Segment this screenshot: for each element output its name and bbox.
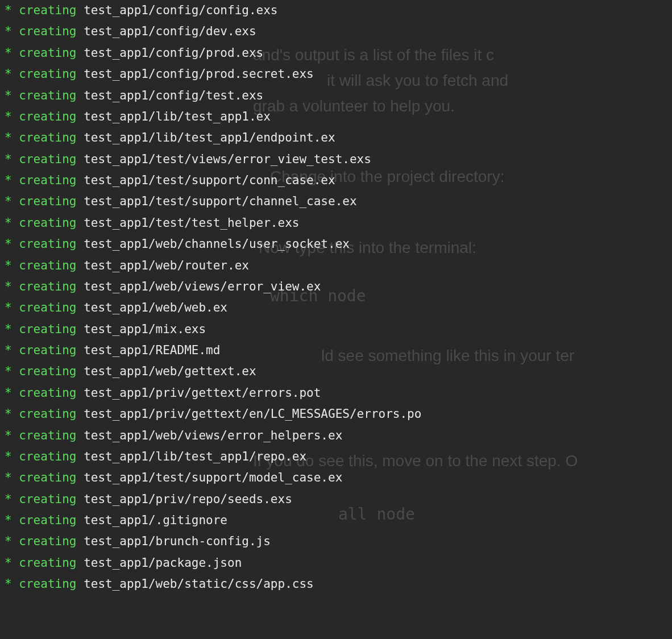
log-action: creating — [19, 67, 76, 81]
terminal-log-line: * creating test_app1/test/views/error_vi… — [5, 149, 672, 170]
log-action: creating — [19, 429, 76, 442]
terminal-log-line: * creating test_app1/priv/gettext/en/LC_… — [5, 404, 672, 425]
log-path: test_app1/test/support/model_case.ex — [84, 471, 342, 484]
log-asterisk: * — [5, 343, 12, 357]
log-path: test_app1/web/web.ex — [84, 301, 227, 314]
log-asterisk: * — [5, 194, 12, 208]
log-action: creating — [19, 259, 76, 272]
log-path: test_app1/brunch-config.js — [84, 534, 271, 548]
log-asterisk: * — [5, 280, 12, 293]
log-path: test_app1/config/test.exs — [84, 89, 263, 102]
log-action: creating — [19, 450, 76, 463]
terminal-log-line: * creating test_app1/config/test.exs — [5, 85, 672, 106]
terminal-log-line: * creating test_app1/web/views/error_hel… — [5, 425, 672, 446]
log-path: test_app1/test/test_helper.exs — [84, 216, 299, 230]
log-path: test_app1/web/gettext.ex — [84, 364, 256, 378]
log-asterisk: * — [5, 110, 12, 123]
log-path: test_app1/web/views/error_helpers.ex — [84, 429, 342, 442]
log-action: creating — [19, 322, 76, 336]
log-action: creating — [19, 173, 76, 187]
log-action: creating — [19, 131, 76, 144]
log-action: creating — [19, 407, 76, 421]
log-asterisk: * — [5, 577, 12, 591]
log-path: test_app1/priv/repo/seeds.exs — [84, 492, 292, 506]
log-path: test_app1/web/router.ex — [84, 259, 249, 272]
terminal-log-line: * creating test_app1/config/config.exs — [5, 0, 672, 21]
terminal-log-line: * creating test_app1/mix.exs — [5, 319, 672, 340]
log-asterisk: * — [5, 131, 12, 144]
terminal-log-line: * creating test_app1/web/views/error_vie… — [5, 276, 672, 297]
terminal-log-line: * creating test_app1/package.json — [5, 553, 672, 574]
log-path: test_app1/priv/gettext/en/LC_MESSAGES/er… — [84, 407, 421, 421]
log-asterisk: * — [5, 46, 12, 60]
log-asterisk: * — [5, 216, 12, 230]
log-path: test_app1/mix.exs — [84, 322, 206, 336]
log-path: test_app1/web/channels/user_socket.ex — [84, 237, 350, 251]
log-asterisk: * — [5, 429, 12, 442]
log-path: test_app1/priv/gettext/errors.pot — [84, 386, 321, 400]
log-action: creating — [19, 301, 76, 314]
terminal-log-line: * creating test_app1/web/channels/user_s… — [5, 234, 672, 255]
terminal-log-line: * creating test_app1/config/dev.exs — [5, 21, 672, 42]
log-action: creating — [19, 237, 76, 251]
log-path: test_app1/test/support/conn_case.ex — [84, 173, 335, 187]
terminal-log-line: * creating test_app1/test/support/channe… — [5, 191, 672, 212]
log-action: creating — [19, 513, 76, 527]
log-action: creating — [19, 194, 76, 208]
log-action: creating — [19, 492, 76, 506]
log-asterisk: * — [5, 513, 12, 527]
terminal-log-line: * creating test_app1/lib/test_app1/endpo… — [5, 127, 672, 148]
log-asterisk: * — [5, 556, 12, 570]
terminal-log-line: * creating test_app1/web/web.ex — [5, 297, 672, 318]
log-asterisk: * — [5, 450, 12, 463]
terminal-log-line: * creating test_app1/web/gettext.ex — [5, 361, 672, 382]
log-path: test_app1/lib/test_app1/endpoint.ex — [84, 131, 335, 144]
terminal-log-line: * creating test_app1/test/support/model_… — [5, 467, 672, 488]
log-asterisk: * — [5, 3, 12, 17]
log-path: test_app1/.gitignore — [84, 513, 227, 527]
terminal-log-line: * creating test_app1/.gitignore — [5, 510, 672, 531]
log-action: creating — [19, 343, 76, 357]
log-path: test_app1/test/support/channel_case.ex — [84, 194, 356, 208]
log-path: test_app1/lib/test_app1.ex — [84, 110, 271, 123]
log-asterisk: * — [5, 364, 12, 378]
terminal-log-line: * creating test_app1/config/prod.secret.… — [5, 64, 672, 85]
terminal-log-line: * creating test_app1/test/test_helper.ex… — [5, 213, 672, 234]
log-asterisk: * — [5, 322, 12, 336]
log-action: creating — [19, 280, 76, 293]
terminal-log-line: * creating test_app1/web/static/css/app.… — [5, 574, 672, 595]
terminal-log-line: * creating test_app1/lib/test_app1.ex — [5, 106, 672, 127]
log-path: test_app1/test/views/error_view_test.exs — [84, 152, 371, 166]
terminal-log-line: * creating test_app1/README.md — [5, 340, 672, 361]
log-asterisk: * — [5, 89, 12, 102]
log-asterisk: * — [5, 386, 12, 400]
terminal-log-line: * creating test_app1/config/prod.exs — [5, 43, 672, 64]
log-asterisk: * — [5, 152, 12, 166]
terminal-log-line: * creating test_app1/priv/gettext/errors… — [5, 383, 672, 404]
log-action: creating — [19, 3, 76, 17]
terminal-log-line: * creating test_app1/priv/repo/seeds.exs — [5, 489, 672, 510]
log-path: test_app1/config/prod.secret.exs — [84, 67, 314, 81]
log-asterisk: * — [5, 67, 12, 81]
log-action: creating — [19, 471, 76, 484]
log-path: test_app1/web/views/error_view.ex — [84, 280, 321, 293]
log-asterisk: * — [5, 24, 12, 38]
log-asterisk: * — [5, 407, 12, 421]
log-asterisk: * — [5, 534, 12, 548]
log-action: creating — [19, 556, 76, 570]
log-path: test_app1/config/dev.exs — [84, 24, 256, 38]
log-path: test_app1/package.json — [84, 556, 242, 570]
log-path: test_app1/README.md — [84, 343, 220, 357]
log-action: creating — [19, 386, 76, 400]
terminal-log-line: * creating test_app1/test/support/conn_c… — [5, 170, 672, 191]
log-action: creating — [19, 577, 76, 591]
terminal-log-line: * creating test_app1/lib/test_app1/repo.… — [5, 446, 672, 467]
terminal-log-line: * creating test_app1/web/router.ex — [5, 255, 672, 276]
log-asterisk: * — [5, 259, 12, 272]
log-path: test_app1/web/static/css/app.css — [84, 577, 314, 591]
log-asterisk: * — [5, 492, 12, 506]
terminal-output: * creating test_app1/config/config.exs* … — [0, 0, 672, 595]
log-action: creating — [19, 534, 76, 548]
log-asterisk: * — [5, 173, 12, 187]
terminal-log-line: * creating test_app1/brunch-config.js — [5, 531, 672, 552]
